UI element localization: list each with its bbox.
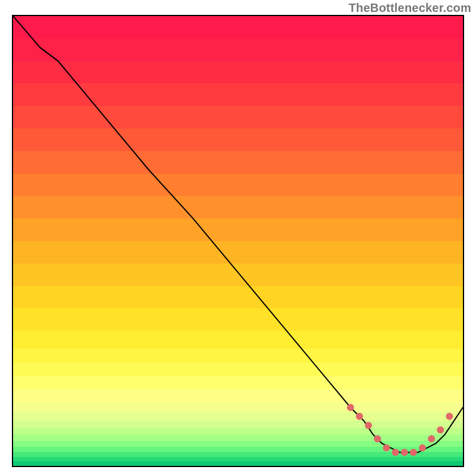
gradient-band	[13, 376, 463, 390]
gradient-band	[13, 349, 463, 362]
gradient-band	[13, 412, 463, 421]
gradient-band	[13, 286, 463, 309]
gradient-band	[13, 441, 463, 447]
gradient-band	[13, 39, 463, 61]
gradient-band	[13, 106, 463, 129]
gradient-band	[13, 421, 463, 428]
gradient-band	[13, 16, 463, 39]
gradient-band	[13, 151, 463, 174]
gradient-band	[13, 218, 463, 241]
gradient-band	[13, 174, 463, 196]
gradient-band	[13, 264, 463, 286]
gradient-band	[13, 428, 463, 435]
gradient-band	[13, 461, 463, 466]
gradient-band	[13, 129, 463, 151]
gradient-band	[13, 83, 463, 106]
gradient-band	[13, 196, 463, 218]
gradient-band	[13, 403, 463, 412]
gradient-band	[13, 308, 463, 331]
gradient-band	[13, 389, 463, 403]
source-label: TheBottlenecker.com	[349, 1, 471, 15]
chart-plot-area	[12, 15, 464, 467]
gradient-band	[13, 434, 463, 441]
gradient-band	[13, 362, 463, 376]
gradient-band	[13, 241, 463, 264]
gradient-band	[13, 61, 463, 84]
chart-frame: TheBottlenecker.com	[0, 0, 476, 476]
gradient-band	[13, 331, 463, 349]
